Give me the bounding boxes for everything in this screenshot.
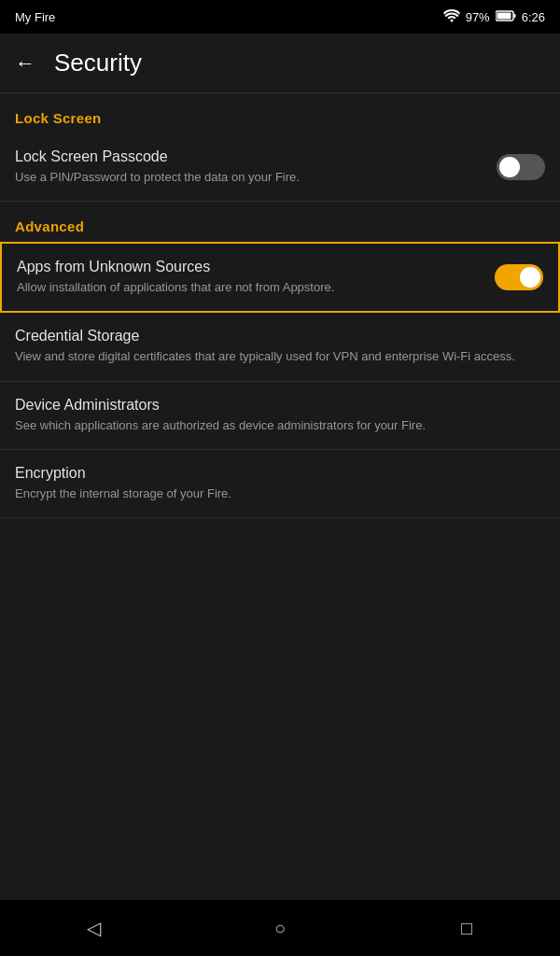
nav-recent-button[interactable]: □ — [439, 909, 495, 947]
toggle-knob-lock-screen — [499, 157, 520, 177]
setting-encryption[interactable]: Encryption Encrypt the internal storage … — [0, 450, 560, 518]
setting-apps-unknown-sources[interactable]: Apps from Unknown Sources Allow installa… — [0, 242, 560, 313]
app-name: My Fire — [15, 10, 55, 24]
setting-lock-screen-passcode-text: Lock Screen Passcode Use a PIN/Password … — [15, 148, 497, 186]
bottom-navigation: ◁ ○ □ — [0, 900, 560, 956]
setting-device-administrators-title: Device Administrators — [15, 397, 534, 414]
nav-home-button[interactable]: ○ — [252, 909, 308, 947]
setting-device-administrators[interactable]: Device Administrators See which applicat… — [0, 382, 560, 450]
toggle-lock-screen-passcode[interactable] — [497, 154, 545, 180]
settings-content: Lock Screen Lock Screen Passcode Use a P… — [0, 93, 560, 900]
setting-apps-unknown-sources-title: Apps from Unknown Sources — [17, 259, 483, 275]
section-header-lock-screen: Lock Screen — [0, 93, 560, 134]
status-bar: My Fire 97% 6:26 — [0, 0, 560, 34]
setting-credential-storage-title: Credential Storage — [15, 328, 534, 344]
page-header: ← Security — [0, 34, 560, 93]
setting-lock-screen-passcode-desc: Use a PIN/Password to protect the data o… — [15, 169, 485, 186]
toggle-apps-unknown-sources[interactable] — [495, 264, 543, 290]
wifi-icon — [443, 9, 460, 25]
setting-device-administrators-text: Device Administrators See which applicat… — [15, 397, 545, 434]
setting-credential-storage-desc: View and store digital certificates that… — [15, 348, 534, 365]
setting-encryption-title: Encryption — [15, 465, 534, 482]
setting-lock-screen-passcode[interactable]: Lock Screen Passcode Use a PIN/Password … — [0, 134, 560, 202]
section-header-advanced: Advanced — [0, 202, 560, 242]
setting-device-administrators-desc: See which applications are authorized as… — [15, 417, 534, 434]
battery-icon — [496, 10, 516, 24]
setting-credential-storage-text: Credential Storage View and store digita… — [15, 328, 545, 365]
svg-rect-2 — [513, 14, 515, 18]
setting-credential-storage[interactable]: Credential Storage View and store digita… — [0, 313, 560, 381]
setting-lock-screen-passcode-title: Lock Screen Passcode — [15, 148, 485, 165]
setting-encryption-desc: Encrypt the internal storage of your Fir… — [15, 485, 534, 502]
setting-apps-unknown-sources-desc: Allow installation of applications that … — [17, 279, 483, 296]
battery-percent: 97% — [466, 10, 490, 24]
setting-apps-unknown-sources-text: Apps from Unknown Sources Allow installa… — [17, 259, 495, 296]
back-button[interactable]: ← — [15, 51, 35, 76]
status-bar-right: 97% 6:26 — [443, 9, 545, 25]
svg-rect-1 — [497, 12, 511, 19]
toggle-knob-apps-unknown — [520, 267, 540, 288]
time-display: 6:26 — [522, 10, 545, 24]
setting-encryption-text: Encryption Encrypt the internal storage … — [15, 465, 545, 502]
page-title: Security — [54, 49, 142, 77]
nav-back-button[interactable]: ◁ — [65, 909, 121, 947]
